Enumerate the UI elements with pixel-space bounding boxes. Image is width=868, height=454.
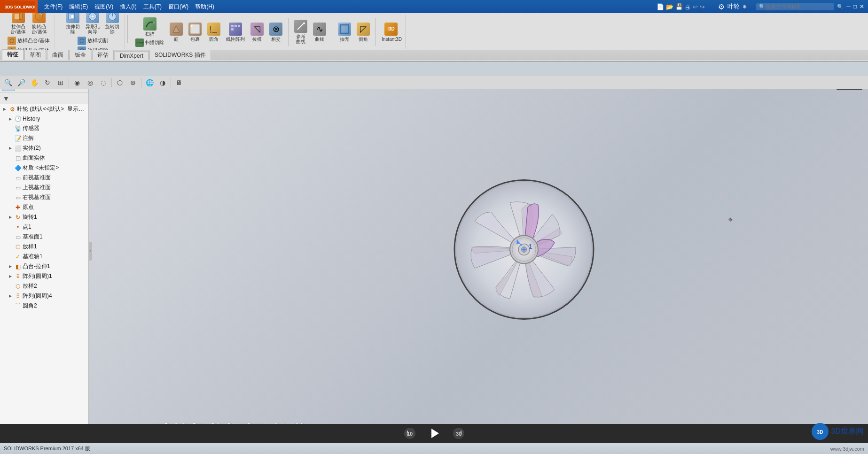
svg-point-8: [91, 15, 94, 18]
view-icon-zoom2[interactable]: 🔎: [16, 77, 26, 88]
tree-item-right[interactable]: ▭ 右视基准面: [0, 192, 88, 202]
btn-loft[interactable]: ⬡ 放样凸台/基体: [6, 36, 52, 46]
btn-curves[interactable]: ∿ 曲线: [311, 22, 328, 43]
btn-instant3d-label: Instant3D: [382, 37, 400, 42]
tree-item-point1[interactable]: • 点1: [0, 222, 88, 232]
menu-tools[interactable]: 工具(T): [141, 2, 164, 12]
left-panel: 🌲 ⚙ 🔧 🎨 ▶ ▼ ⚙ 叶轮 (默认<<默认>_显示状态 🕐 History…: [0, 76, 89, 426]
view-icon-rotate[interactable]: ↻: [42, 77, 53, 88]
tab-evaluate[interactable]: 评估: [92, 50, 114, 60]
menu-edit[interactable]: 编辑(E): [66, 2, 91, 12]
view-icon-shadows[interactable]: ◑: [157, 77, 168, 88]
search-icon: 🔍: [759, 4, 766, 10]
btn-instant3d[interactable]: I3D Instant3D: [380, 22, 402, 43]
tree-item-sensor[interactable]: 📡 传感器: [0, 123, 88, 133]
view-icon-section[interactable]: ⊞: [55, 77, 66, 88]
tab-sketch[interactable]: 草图: [24, 50, 46, 60]
btn-sweep[interactable]: 扫描: [141, 16, 158, 38]
toolbar-icon-save[interactable]: 💾: [675, 3, 683, 10]
tree-arrow-origin: [8, 205, 13, 210]
view-icon-orient[interactable]: ⬡: [115, 77, 125, 88]
cursor-indicator: ⌖: [728, 215, 733, 225]
tree-arrow-scale1: [8, 244, 13, 250]
view-icon-realview[interactable]: 🌐: [144, 77, 155, 88]
btn-rib[interactable]: 筋: [168, 22, 185, 43]
status-bar: SOLIDWORKS Premium 2017 x64 版 3D 3D世界网 w…: [0, 443, 868, 454]
close-btn[interactable]: ✕: [860, 3, 864, 10]
feature-tree: ⚙ 叶轮 (默认<<默认>_显示状态 🕐 History 📡 传感器 📝 注解 …: [0, 104, 88, 426]
tree-item-boss1[interactable]: ◧ 凸台-拉伸1: [0, 262, 88, 271]
tab-surface[interactable]: 曲面: [47, 50, 69, 60]
search-input[interactable]: [766, 4, 831, 9]
btn-ref-geometry[interactable]: 参考曲线: [292, 19, 309, 45]
toolbar-icon-print[interactable]: 🖨: [685, 3, 691, 10]
minimize-btn[interactable]: ─: [846, 3, 851, 10]
playback-play[interactable]: [427, 426, 442, 441]
tab-sheetmetal[interactable]: 钣金: [70, 50, 91, 60]
btn-curves-label: 曲线: [315, 37, 324, 42]
tree-item-circle2[interactable]: ⌒ 圆角2: [0, 301, 88, 311]
view-icon-shaded[interactable]: ◉: [72, 77, 82, 88]
btn-chamfer[interactable]: ◸ 倒角: [355, 22, 372, 43]
toolbar-icon-undo[interactable]: ↩: [693, 3, 698, 10]
btn-loft-cut[interactable]: ⬡ 放样切割: [76, 36, 110, 46]
btn-hole-wizard-label: 异形孔向导: [86, 24, 100, 34]
menu-view[interactable]: 视图(V): [92, 2, 116, 12]
btn-fillet[interactable]: 圆角: [205, 22, 222, 43]
tree-label-scale1: 放样1: [23, 243, 86, 251]
tree-item-scale1[interactable]: ⬡ 放样1: [0, 242, 88, 252]
menu-help[interactable]: 帮助(H): [192, 2, 217, 12]
tree-item-root[interactable]: ⚙ 叶轮 (默认<<默认>_显示状态: [0, 104, 88, 114]
tree-item-scale2[interactable]: ⬡ 放样2: [0, 281, 88, 291]
tree-item-surface[interactable]: ◫ 曲面实体: [0, 153, 88, 163]
tree-icon-datum1: ▭: [14, 233, 22, 241]
tree-item-pattern1[interactable]: ⠿ 阵列(圆周)1: [0, 271, 88, 281]
tree-item-datum1[interactable]: ▭ 基准面1: [0, 232, 88, 242]
search-btn[interactable]: 🔍: [837, 4, 844, 10]
toolbar-icon-redo[interactable]: ↪: [700, 3, 705, 10]
tree-item-note[interactable]: 📝 注解: [0, 133, 88, 143]
btn-revolve-label: 旋转凸台/基体: [31, 24, 47, 34]
tree-item-material[interactable]: 🔷 材质 <未指定>: [0, 163, 88, 173]
btn-intersect[interactable]: ⊗ 相交: [267, 22, 284, 43]
tree-icon-pattern4: ⠿: [14, 292, 22, 300]
svg-text:3DS SOLIDWORKS: 3DS SOLIDWORKS: [5, 5, 35, 9]
tree-icon-scale2: ⬡: [14, 283, 22, 290]
view-icon-normal[interactable]: ⊕: [128, 77, 138, 88]
playback-forward[interactable]: 30: [451, 426, 466, 441]
toolbar-icon-new[interactable]: 📄: [657, 3, 664, 10]
btn-sweep-cut[interactable]: ⟿ 扫描切除: [133, 38, 166, 47]
playback-rewind[interactable]: 10: [402, 426, 417, 441]
tree-item-revolve1[interactable]: ↻ 旋转1: [0, 212, 88, 222]
tab-feature[interactable]: 特征: [2, 49, 23, 60]
panel-collapse-handle[interactable]: ‹: [88, 242, 92, 261]
menu-window[interactable]: 窗口(W): [165, 2, 191, 12]
tree-item-front[interactable]: ▭ 前视基准面: [0, 173, 88, 183]
view-icon-wireframe[interactable]: ◎: [85, 77, 95, 88]
tree-label-origin: 原点: [23, 203, 86, 211]
view-icon-pan[interactable]: ✋: [29, 77, 39, 88]
menu-insert[interactable]: 插入(I): [117, 2, 139, 12]
btn-shell[interactable]: 抽壳: [336, 22, 353, 43]
view-icon-display[interactable]: 🖥: [174, 77, 184, 88]
tree-item-origin[interactable]: ✚ 原点: [0, 202, 88, 212]
menu-file[interactable]: 文件(F): [41, 2, 65, 12]
tree-item-history[interactable]: 🕐 History: [0, 114, 88, 123]
ribbon-tabs: 特征 草图 曲面 钣金 评估 DimXpert SOLIDWORKS 插件: [0, 50, 868, 60]
tree-item-axis1[interactable]: ✓ 基准轴1: [0, 252, 88, 262]
btn-draft-label: 拔模: [252, 37, 262, 42]
maximize-btn[interactable]: □: [853, 3, 857, 10]
tree-item-pattern4[interactable]: ⠿ 阵列(圆周)4: [0, 291, 88, 301]
tree-item-solid[interactable]: ⬜ 实体(2): [0, 143, 88, 153]
tree-item-top[interactable]: ▭ 上视基准面: [0, 183, 88, 192]
view-icon-zoom[interactable]: 🔍: [3, 77, 13, 88]
toolbar-icon-open[interactable]: 📂: [666, 3, 673, 10]
main-viewport[interactable]: 1 ⌖ C 1358: [89, 76, 868, 424]
view-icon-hidden[interactable]: ◌: [98, 77, 109, 88]
btn-wrap[interactable]: ⬜ 包裹: [187, 22, 203, 43]
btn-draft[interactable]: ◹ 拔模: [249, 22, 266, 43]
btn-linear-pattern[interactable]: 线性阵列: [224, 22, 247, 43]
tab-dimxpert[interactable]: DimXpert: [115, 51, 149, 60]
tab-addins[interactable]: SOLIDWORKS 插件: [149, 50, 211, 60]
svg-rect-6: [71, 15, 74, 18]
